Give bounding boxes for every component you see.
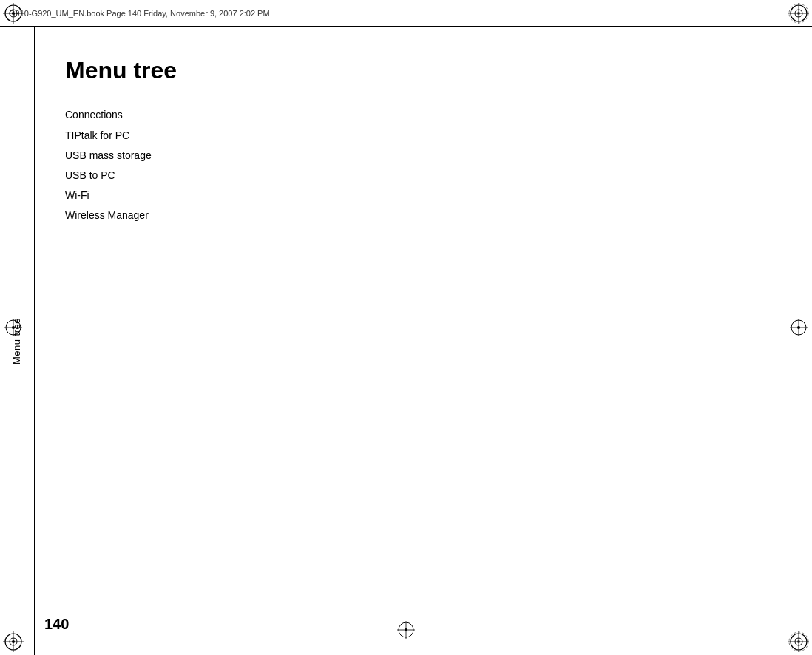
reg-mark-top-left <box>3 3 24 24</box>
header-text: G910-G920_UM_EN.book Page 140 Friday, No… <box>9 9 270 18</box>
list-item: Connections <box>65 105 768 125</box>
list-item: Wireless Manager <box>65 206 768 225</box>
sidebar-label: Menu tree <box>12 317 23 364</box>
main-content: Menu tree Connections TIPtalk for PC USB… <box>35 27 812 655</box>
sidebar: Menu tree <box>0 27 35 655</box>
list-item: TIPtalk for PC <box>65 126 768 146</box>
list-item: USB mass storage <box>65 146 768 166</box>
list-item: Wi-Fi <box>65 186 768 206</box>
menu-list: Connections TIPtalk for PC USB mass stor… <box>65 105 768 225</box>
reg-mark-top-right <box>788 3 809 24</box>
page-title: Menu tree <box>65 56 768 84</box>
header-bar: G910-G920_UM_EN.book Page 140 Friday, No… <box>0 0 812 27</box>
list-item: USB to PC <box>65 166 768 186</box>
